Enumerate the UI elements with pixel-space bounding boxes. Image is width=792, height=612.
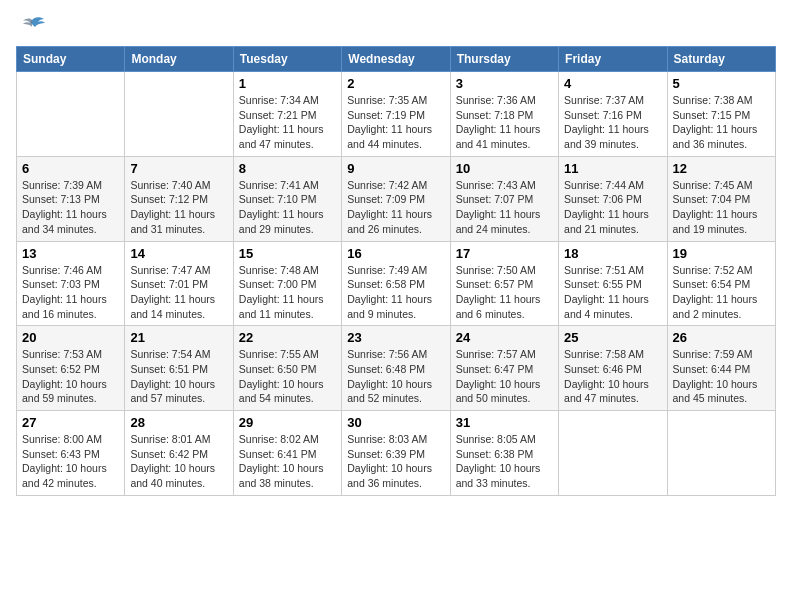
logo-bird-icon bbox=[18, 16, 46, 38]
column-header-sunday: Sunday bbox=[17, 47, 125, 72]
day-number: 13 bbox=[22, 246, 119, 261]
day-number: 19 bbox=[673, 246, 770, 261]
day-info: Sunrise: 8:03 AM Sunset: 6:39 PM Dayligh… bbox=[347, 432, 444, 491]
day-info: Sunrise: 7:46 AM Sunset: 7:03 PM Dayligh… bbox=[22, 263, 119, 322]
day-info: Sunrise: 7:36 AM Sunset: 7:18 PM Dayligh… bbox=[456, 93, 553, 152]
calendar-cell: 31Sunrise: 8:05 AM Sunset: 6:38 PM Dayli… bbox=[450, 411, 558, 496]
calendar-week-2: 6Sunrise: 7:39 AM Sunset: 7:13 PM Daylig… bbox=[17, 156, 776, 241]
day-number: 26 bbox=[673, 330, 770, 345]
column-header-tuesday: Tuesday bbox=[233, 47, 341, 72]
calendar-cell: 24Sunrise: 7:57 AM Sunset: 6:47 PM Dayli… bbox=[450, 326, 558, 411]
day-number: 1 bbox=[239, 76, 336, 91]
day-number: 10 bbox=[456, 161, 553, 176]
day-info: Sunrise: 7:55 AM Sunset: 6:50 PM Dayligh… bbox=[239, 347, 336, 406]
day-info: Sunrise: 7:56 AM Sunset: 6:48 PM Dayligh… bbox=[347, 347, 444, 406]
calendar-cell: 5Sunrise: 7:38 AM Sunset: 7:15 PM Daylig… bbox=[667, 72, 775, 157]
logo bbox=[16, 16, 46, 34]
calendar-cell: 23Sunrise: 7:56 AM Sunset: 6:48 PM Dayli… bbox=[342, 326, 450, 411]
day-info: Sunrise: 7:35 AM Sunset: 7:19 PM Dayligh… bbox=[347, 93, 444, 152]
day-number: 28 bbox=[130, 415, 227, 430]
column-header-saturday: Saturday bbox=[667, 47, 775, 72]
calendar-cell: 3Sunrise: 7:36 AM Sunset: 7:18 PM Daylig… bbox=[450, 72, 558, 157]
day-info: Sunrise: 8:05 AM Sunset: 6:38 PM Dayligh… bbox=[456, 432, 553, 491]
day-number: 12 bbox=[673, 161, 770, 176]
calendar-cell: 16Sunrise: 7:49 AM Sunset: 6:58 PM Dayli… bbox=[342, 241, 450, 326]
day-number: 2 bbox=[347, 76, 444, 91]
day-number: 5 bbox=[673, 76, 770, 91]
calendar-cell bbox=[17, 72, 125, 157]
calendar-cell: 12Sunrise: 7:45 AM Sunset: 7:04 PM Dayli… bbox=[667, 156, 775, 241]
day-info: Sunrise: 7:38 AM Sunset: 7:15 PM Dayligh… bbox=[673, 93, 770, 152]
calendar-cell: 27Sunrise: 8:00 AM Sunset: 6:43 PM Dayli… bbox=[17, 411, 125, 496]
day-number: 16 bbox=[347, 246, 444, 261]
day-number: 18 bbox=[564, 246, 661, 261]
day-info: Sunrise: 7:53 AM Sunset: 6:52 PM Dayligh… bbox=[22, 347, 119, 406]
calendar-week-3: 13Sunrise: 7:46 AM Sunset: 7:03 PM Dayli… bbox=[17, 241, 776, 326]
calendar-cell: 20Sunrise: 7:53 AM Sunset: 6:52 PM Dayli… bbox=[17, 326, 125, 411]
day-number: 14 bbox=[130, 246, 227, 261]
day-number: 7 bbox=[130, 161, 227, 176]
calendar-cell: 11Sunrise: 7:44 AM Sunset: 7:06 PM Dayli… bbox=[559, 156, 667, 241]
day-number: 22 bbox=[239, 330, 336, 345]
day-info: Sunrise: 7:45 AM Sunset: 7:04 PM Dayligh… bbox=[673, 178, 770, 237]
day-info: Sunrise: 7:43 AM Sunset: 7:07 PM Dayligh… bbox=[456, 178, 553, 237]
day-info: Sunrise: 7:51 AM Sunset: 6:55 PM Dayligh… bbox=[564, 263, 661, 322]
calendar-cell bbox=[559, 411, 667, 496]
calendar-cell: 18Sunrise: 7:51 AM Sunset: 6:55 PM Dayli… bbox=[559, 241, 667, 326]
day-info: Sunrise: 7:47 AM Sunset: 7:01 PM Dayligh… bbox=[130, 263, 227, 322]
calendar-cell: 17Sunrise: 7:50 AM Sunset: 6:57 PM Dayli… bbox=[450, 241, 558, 326]
calendar-cell: 30Sunrise: 8:03 AM Sunset: 6:39 PM Dayli… bbox=[342, 411, 450, 496]
day-number: 3 bbox=[456, 76, 553, 91]
calendar-body: 1Sunrise: 7:34 AM Sunset: 7:21 PM Daylig… bbox=[17, 72, 776, 496]
column-header-monday: Monday bbox=[125, 47, 233, 72]
calendar-cell: 19Sunrise: 7:52 AM Sunset: 6:54 PM Dayli… bbox=[667, 241, 775, 326]
calendar-cell: 6Sunrise: 7:39 AM Sunset: 7:13 PM Daylig… bbox=[17, 156, 125, 241]
day-info: Sunrise: 7:44 AM Sunset: 7:06 PM Dayligh… bbox=[564, 178, 661, 237]
calendar-cell bbox=[125, 72, 233, 157]
day-info: Sunrise: 7:58 AM Sunset: 6:46 PM Dayligh… bbox=[564, 347, 661, 406]
day-number: 27 bbox=[22, 415, 119, 430]
day-number: 31 bbox=[456, 415, 553, 430]
day-info: Sunrise: 7:59 AM Sunset: 6:44 PM Dayligh… bbox=[673, 347, 770, 406]
calendar-cell: 7Sunrise: 7:40 AM Sunset: 7:12 PM Daylig… bbox=[125, 156, 233, 241]
day-info: Sunrise: 7:52 AM Sunset: 6:54 PM Dayligh… bbox=[673, 263, 770, 322]
calendar-cell: 22Sunrise: 7:55 AM Sunset: 6:50 PM Dayli… bbox=[233, 326, 341, 411]
calendar-cell bbox=[667, 411, 775, 496]
day-info: Sunrise: 7:54 AM Sunset: 6:51 PM Dayligh… bbox=[130, 347, 227, 406]
day-number: 24 bbox=[456, 330, 553, 345]
day-info: Sunrise: 7:48 AM Sunset: 7:00 PM Dayligh… bbox=[239, 263, 336, 322]
calendar-week-4: 20Sunrise: 7:53 AM Sunset: 6:52 PM Dayli… bbox=[17, 326, 776, 411]
calendar-cell: 21Sunrise: 7:54 AM Sunset: 6:51 PM Dayli… bbox=[125, 326, 233, 411]
day-info: Sunrise: 7:50 AM Sunset: 6:57 PM Dayligh… bbox=[456, 263, 553, 322]
day-number: 29 bbox=[239, 415, 336, 430]
calendar-cell: 29Sunrise: 8:02 AM Sunset: 6:41 PM Dayli… bbox=[233, 411, 341, 496]
calendar-cell: 25Sunrise: 7:58 AM Sunset: 6:46 PM Dayli… bbox=[559, 326, 667, 411]
calendar-table: SundayMondayTuesdayWednesdayThursdayFrid… bbox=[16, 46, 776, 496]
day-info: Sunrise: 8:00 AM Sunset: 6:43 PM Dayligh… bbox=[22, 432, 119, 491]
day-info: Sunrise: 7:49 AM Sunset: 6:58 PM Dayligh… bbox=[347, 263, 444, 322]
day-info: Sunrise: 7:34 AM Sunset: 7:21 PM Dayligh… bbox=[239, 93, 336, 152]
day-number: 25 bbox=[564, 330, 661, 345]
calendar-cell: 8Sunrise: 7:41 AM Sunset: 7:10 PM Daylig… bbox=[233, 156, 341, 241]
calendar-cell: 13Sunrise: 7:46 AM Sunset: 7:03 PM Dayli… bbox=[17, 241, 125, 326]
day-info: Sunrise: 8:01 AM Sunset: 6:42 PM Dayligh… bbox=[130, 432, 227, 491]
day-info: Sunrise: 7:40 AM Sunset: 7:12 PM Dayligh… bbox=[130, 178, 227, 237]
column-header-wednesday: Wednesday bbox=[342, 47, 450, 72]
calendar-cell: 2Sunrise: 7:35 AM Sunset: 7:19 PM Daylig… bbox=[342, 72, 450, 157]
day-info: Sunrise: 7:41 AM Sunset: 7:10 PM Dayligh… bbox=[239, 178, 336, 237]
calendar-cell: 14Sunrise: 7:47 AM Sunset: 7:01 PM Dayli… bbox=[125, 241, 233, 326]
calendar-header-row: SundayMondayTuesdayWednesdayThursdayFrid… bbox=[17, 47, 776, 72]
day-number: 9 bbox=[347, 161, 444, 176]
calendar-week-5: 27Sunrise: 8:00 AM Sunset: 6:43 PM Dayli… bbox=[17, 411, 776, 496]
column-header-friday: Friday bbox=[559, 47, 667, 72]
calendar-cell: 28Sunrise: 8:01 AM Sunset: 6:42 PM Dayli… bbox=[125, 411, 233, 496]
calendar-cell: 15Sunrise: 7:48 AM Sunset: 7:00 PM Dayli… bbox=[233, 241, 341, 326]
day-number: 23 bbox=[347, 330, 444, 345]
day-number: 15 bbox=[239, 246, 336, 261]
page-header bbox=[16, 16, 776, 34]
day-number: 30 bbox=[347, 415, 444, 430]
day-number: 8 bbox=[239, 161, 336, 176]
calendar-cell: 4Sunrise: 7:37 AM Sunset: 7:16 PM Daylig… bbox=[559, 72, 667, 157]
day-info: Sunrise: 8:02 AM Sunset: 6:41 PM Dayligh… bbox=[239, 432, 336, 491]
calendar-cell: 1Sunrise: 7:34 AM Sunset: 7:21 PM Daylig… bbox=[233, 72, 341, 157]
